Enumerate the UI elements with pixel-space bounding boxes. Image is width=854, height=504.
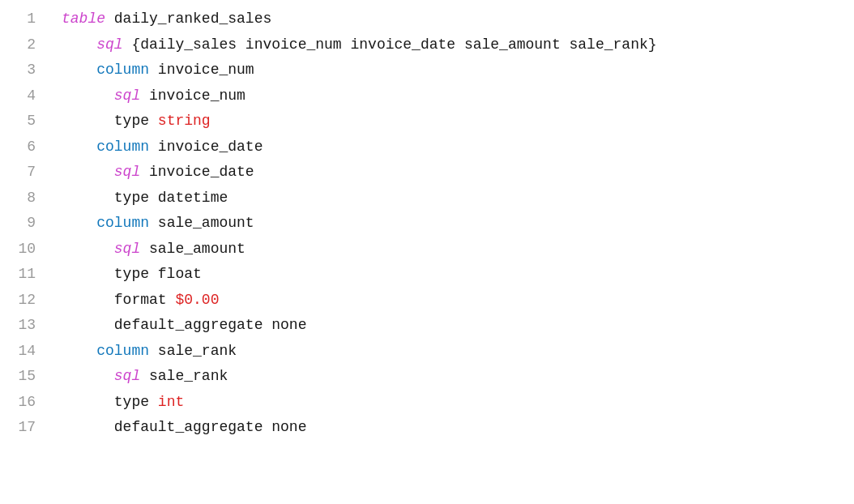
line-numbers: 1234567891011121314151617 <box>0 6 49 498</box>
line-number-15: 15 <box>13 364 36 390</box>
token: sql <box>62 36 123 53</box>
line-number-4: 4 <box>13 83 36 109</box>
token: sale_rank <box>140 368 228 384</box>
code-line-8: type datetime <box>62 186 854 211</box>
code-line-6: column invoice_date <box>62 135 854 160</box>
token: type datetime <box>62 190 228 206</box>
line-number-11: 11 <box>13 262 36 288</box>
token: table <box>62 11 105 27</box>
token: invoice_num <box>140 88 246 104</box>
token: sale_amount <box>149 215 254 231</box>
token: type float <box>62 266 202 282</box>
token: type <box>62 113 158 129</box>
token: sale_amount <box>140 241 246 257</box>
code-line-11: type float <box>62 262 854 288</box>
code-line-5: type string <box>62 109 854 135</box>
code-line-15: sql sale_rank <box>62 364 854 390</box>
token: column <box>62 343 149 359</box>
line-number-10: 10 <box>13 237 36 263</box>
code-lines: table daily_ranked_sales sql {daily_sale… <box>49 6 854 498</box>
line-number-7: 7 <box>13 160 36 186</box>
code-line-3: column invoice_num <box>62 58 854 83</box>
token: sale_rank <box>149 343 237 359</box>
code-line-13: default_aggregate none <box>62 313 854 339</box>
token: {daily_sales invoice_num invoice_date sa… <box>123 36 657 53</box>
token: default_aggregate none <box>62 419 306 435</box>
code-editor: 1234567891011121314151617 table daily_ra… <box>0 0 854 504</box>
token: sql <box>62 368 140 384</box>
code-line-10: sql sale_amount <box>62 237 854 263</box>
line-number-2: 2 <box>13 32 36 58</box>
code-line-16: type int <box>62 390 854 416</box>
line-number-3: 3 <box>13 58 36 83</box>
code-line-12: format $0.00 <box>62 288 854 314</box>
code-line-4: sql invoice_num <box>62 83 854 109</box>
code-line-7: sql invoice_date <box>62 160 854 186</box>
token: $0.00 <box>175 292 219 308</box>
token: column <box>62 215 149 231</box>
line-number-13: 13 <box>13 313 36 339</box>
line-number-9: 9 <box>13 211 36 237</box>
token: sql <box>62 241 140 257</box>
code-line-9: column sale_amount <box>62 211 854 237</box>
token: column <box>62 139 149 155</box>
token: column <box>62 62 149 78</box>
token: invoice_date <box>140 164 254 180</box>
token: sql <box>62 88 140 104</box>
token: int <box>158 394 184 410</box>
line-number-1: 1 <box>13 6 36 32</box>
token: daily_ranked_sales <box>105 11 271 27</box>
token: sql <box>62 164 140 180</box>
line-number-8: 8 <box>13 186 36 211</box>
line-number-17: 17 <box>13 415 36 441</box>
line-number-12: 12 <box>13 288 36 314</box>
code-line-1: table daily_ranked_sales <box>62 6 854 32</box>
token: type <box>62 394 158 410</box>
code-line-2: sql {daily_sales invoice_num invoice_dat… <box>62 32 854 58</box>
token: default_aggregate none <box>62 317 306 333</box>
token: invoice_num <box>149 62 254 78</box>
token: format <box>62 292 175 308</box>
token: invoice_date <box>149 139 263 155</box>
line-number-6: 6 <box>13 135 36 160</box>
line-number-14: 14 <box>13 339 36 365</box>
line-number-5: 5 <box>13 109 36 135</box>
token: string <box>158 113 211 129</box>
code-line-14: column sale_rank <box>62 339 854 365</box>
line-number-16: 16 <box>13 390 36 416</box>
code-line-17: default_aggregate none <box>62 415 854 441</box>
